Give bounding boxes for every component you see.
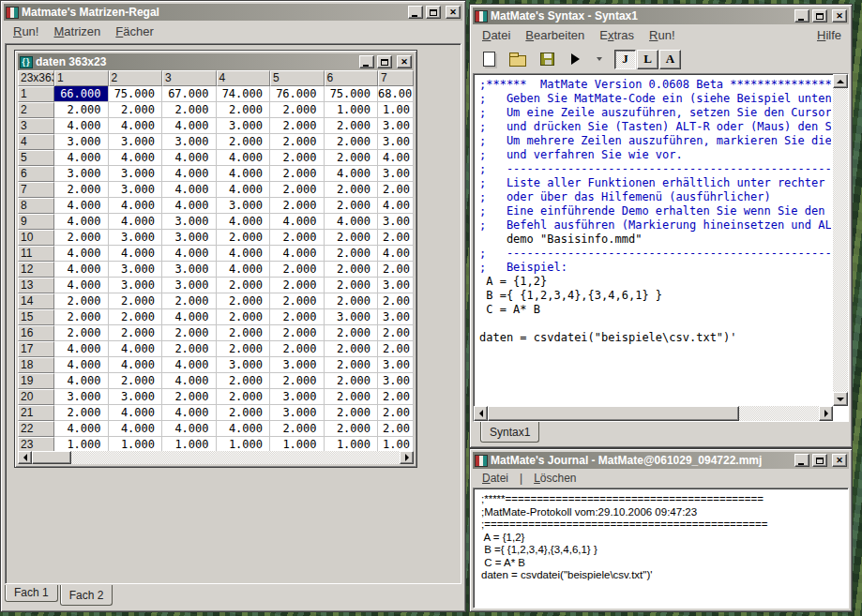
cell[interactable]: 3.000 <box>109 182 163 198</box>
cell[interactable]: 2.000 <box>109 325 163 341</box>
cell[interactable]: 2.000 <box>325 325 379 341</box>
cell[interactable]: 1.000 <box>54 437 109 451</box>
cell[interactable]: 2.000 <box>325 293 379 309</box>
cell[interactable]: 2.000 <box>325 262 379 278</box>
cell[interactable]: 2.000 <box>109 373 163 389</box>
dropdown-button[interactable] <box>595 49 604 69</box>
scrollbar-track[interactable] <box>32 451 400 464</box>
cell[interactable]: 2.000 <box>54 293 109 309</box>
cell[interactable]: 2.000 <box>54 325 109 341</box>
cell[interactable]: 2.000 <box>270 421 325 437</box>
tab-syntax1[interactable]: Syntax1 <box>480 422 539 443</box>
cell[interactable]: 2.000 <box>162 389 217 405</box>
cell[interactable]: 2.00 <box>378 341 414 357</box>
cell[interactable]: 3.00 <box>378 214 414 230</box>
menu-item-matrizen[interactable]: Matrizen <box>46 23 108 40</box>
cell[interactable]: 1.000 <box>109 437 163 451</box>
cell[interactable]: 4.000 <box>162 373 217 389</box>
cell[interactable]: 3.000 <box>54 389 109 405</box>
scroll-left-button[interactable] <box>18 451 32 464</box>
cell[interactable]: 3.000 <box>109 230 163 246</box>
cell[interactable]: 2.000 <box>325 182 379 198</box>
cell[interactable]: 4.000 <box>270 246 325 262</box>
row-header[interactable]: 2 <box>18 102 54 118</box>
syntax-editor-text[interactable]: ;****** MatMate Version 0.0608 Beta ****… <box>474 74 833 406</box>
cell[interactable]: 75.000 <box>325 86 379 102</box>
row-header[interactable]: 12 <box>18 262 54 278</box>
cell[interactable]: 3.000 <box>109 262 163 278</box>
cell[interactable]: 2.000 <box>270 150 325 166</box>
minimize-button[interactable] <box>794 9 809 23</box>
cell[interactable]: 2.000 <box>325 134 379 150</box>
cell[interactable]: 4.000 <box>162 118 217 134</box>
cell[interactable]: 3.00 <box>378 357 414 373</box>
cell[interactable]: 4.000 <box>325 166 379 182</box>
cell[interactable]: 4.000 <box>54 373 109 389</box>
cell[interactable]: 2.000 <box>54 182 109 198</box>
menu-item-bearbeiten[interactable]: Bearbeiten <box>518 26 592 44</box>
cell[interactable]: 3.000 <box>109 134 163 150</box>
cell[interactable]: 3.00 <box>378 118 414 134</box>
menu-item-löschen[interactable]: Löschen <box>526 470 583 487</box>
cell[interactable]: 2.000 <box>162 293 217 309</box>
cell[interactable]: 2.000 <box>217 309 271 325</box>
close-button[interactable]: ✕ <box>446 6 461 19</box>
cell[interactable]: 68.00 <box>378 86 414 102</box>
cell[interactable]: 2.000 <box>54 230 109 246</box>
cell[interactable]: 3.000 <box>54 166 109 182</box>
cell[interactable]: 2.00 <box>378 262 414 278</box>
cell[interactable]: 2.00 <box>378 421 414 437</box>
cell[interactable]: 1.000 <box>325 437 379 451</box>
cell[interactable]: 2.000 <box>270 230 325 246</box>
row-header[interactable]: 19 <box>18 373 54 389</box>
cell[interactable]: 2.000 <box>325 150 379 166</box>
cell[interactable]: 4.000 <box>217 421 271 437</box>
cell[interactable]: 3.000 <box>325 309 379 325</box>
cell[interactable]: 4.000 <box>270 214 325 230</box>
cell[interactable]: 4.000 <box>54 198 109 214</box>
scrollbar-thumb[interactable] <box>488 406 739 421</box>
cell[interactable]: 4.000 <box>54 341 109 357</box>
tab-fach1[interactable]: Fach 1 <box>5 585 58 602</box>
cell[interactable]: 3.00 <box>378 309 414 325</box>
syntax-editor[interactable]: ;****** MatMate Version 0.0608 Beta ****… <box>473 73 849 422</box>
row-header[interactable]: 1 <box>18 86 54 102</box>
cell[interactable]: 4.000 <box>162 405 217 421</box>
cell[interactable]: 2.000 <box>325 118 379 134</box>
cell[interactable]: 2.000 <box>325 405 379 421</box>
maximize-button[interactable] <box>812 9 827 23</box>
cell[interactable]: 4.000 <box>162 198 217 214</box>
cell[interactable]: 1.00 <box>378 437 414 451</box>
cell[interactable]: 2.000 <box>325 341 379 357</box>
row-header[interactable]: 14 <box>18 293 54 309</box>
cell[interactable]: 2.000 <box>54 405 109 421</box>
row-header[interactable]: 6 <box>18 166 54 182</box>
scrollbar-track[interactable] <box>488 406 819 421</box>
cell[interactable]: 4.000 <box>54 214 109 230</box>
format-button-l[interactable]: L <box>637 50 658 69</box>
cell[interactable]: 4.000 <box>162 357 217 373</box>
cell[interactable]: 2.000 <box>270 341 325 357</box>
cell[interactable]: 4.000 <box>54 357 109 373</box>
cell[interactable]: 4.000 <box>217 246 271 262</box>
cell[interactable]: 4.000 <box>217 166 271 182</box>
row-header[interactable]: 4 <box>18 134 54 150</box>
cell[interactable]: 4.000 <box>54 278 109 293</box>
scrollbar-thumb[interactable] <box>32 451 71 464</box>
cell[interactable]: 2.00 <box>378 325 414 341</box>
cell[interactable]: 3.000 <box>162 134 217 150</box>
cell[interactable]: 4.000 <box>162 182 217 198</box>
cell[interactable]: 2.000 <box>217 102 271 118</box>
cell[interactable]: 3.000 <box>270 405 325 421</box>
cell[interactable]: 2.000 <box>270 166 325 182</box>
cell[interactable]: 3.00 <box>378 134 414 150</box>
row-header[interactable]: 9 <box>18 214 54 230</box>
cell[interactable]: 4.000 <box>162 166 217 182</box>
cell[interactable]: 66.000 <box>54 86 109 102</box>
cell[interactable]: 4.000 <box>109 214 163 230</box>
cell[interactable]: 2.000 <box>325 230 379 246</box>
cell[interactable]: 3.000 <box>162 214 217 230</box>
cell[interactable]: 4.000 <box>109 405 163 421</box>
cell[interactable]: 1.000 <box>325 102 379 118</box>
cell[interactable]: 4.00 <box>378 150 414 166</box>
